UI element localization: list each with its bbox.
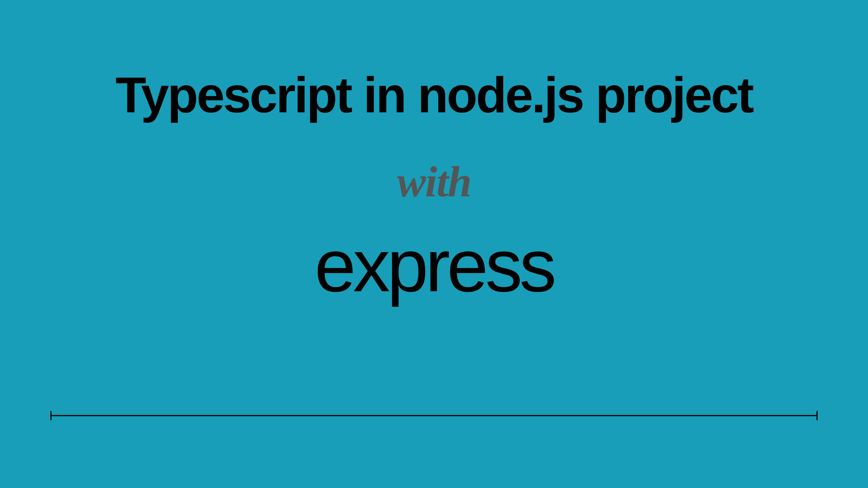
slide-title: Typescript in node.js project	[0, 66, 868, 124]
horizontal-divider	[50, 411, 818, 420]
slide-with-text: with	[0, 157, 868, 207]
slide: Typescript in node.js project with expre…	[0, 0, 868, 488]
express-logo-text: express	[0, 223, 868, 308]
divider-line	[50, 415, 818, 416]
divider-cap-right	[816, 411, 818, 420]
